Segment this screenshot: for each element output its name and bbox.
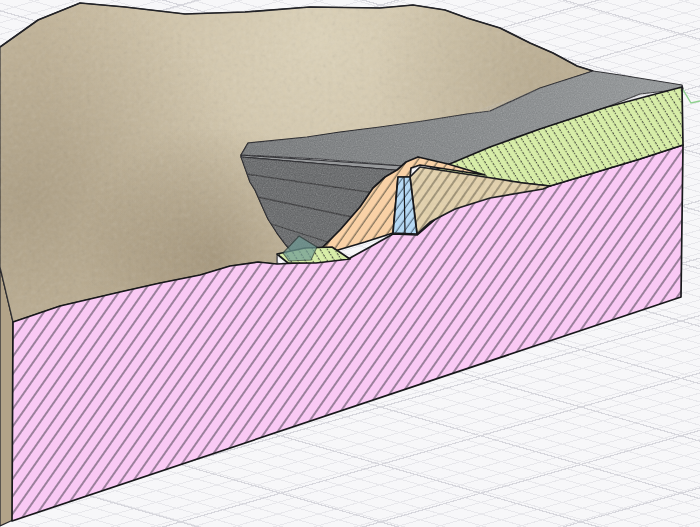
model-canvas xyxy=(0,0,700,527)
viewport-3d[interactable] xyxy=(0,0,700,527)
grid-axis-line xyxy=(682,88,700,103)
